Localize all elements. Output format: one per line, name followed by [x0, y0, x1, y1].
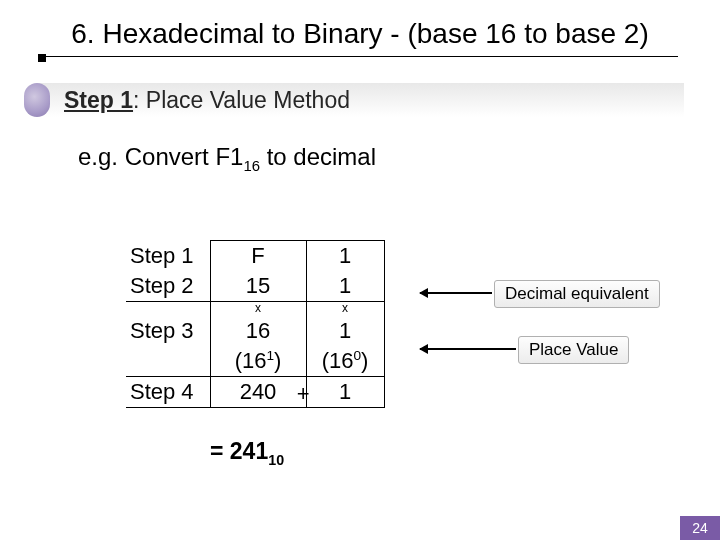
mult-x: x: [210, 302, 306, 316]
cell: 240+: [210, 376, 306, 407]
paren-base: (16: [322, 348, 354, 373]
cell: 1: [306, 241, 384, 272]
cell: 1: [306, 376, 384, 407]
cell: (161): [210, 346, 306, 377]
step-label: Step 4: [126, 376, 210, 407]
step-banner: Step 1: Place Value Method: [24, 83, 684, 117]
result: = 24110: [210, 438, 284, 468]
banner-step-label: Step 1: [64, 87, 133, 113]
result-prefix: = 241: [210, 438, 268, 464]
annotation-decimal-equivalent: Decimal equivalent: [494, 280, 660, 308]
table-row: x x: [126, 302, 384, 316]
plus-sign: +: [297, 381, 310, 407]
step-label: Step 1: [126, 241, 210, 272]
table-row: Step 2 15 1: [126, 271, 384, 302]
example-prefix: e.g. Convert F1: [78, 143, 243, 170]
step-label: Step 3: [126, 316, 210, 346]
table-row: Step 1 F 1: [126, 241, 384, 272]
arrow-icon: [420, 348, 516, 350]
banner-cap-icon: [24, 83, 50, 117]
cell: 15: [210, 271, 306, 302]
title-rule: [42, 56, 678, 57]
paren-base: (16: [235, 348, 267, 373]
example-text: e.g. Convert F116 to decimal: [78, 143, 720, 174]
mult-x: x: [306, 302, 384, 316]
exp: 1: [266, 348, 274, 363]
cell: 1: [306, 316, 384, 346]
table-row: (161) (160): [126, 346, 384, 377]
banner-method: : Place Value Method: [133, 87, 350, 113]
paren-close: ): [361, 348, 368, 373]
cell: F: [210, 241, 306, 272]
arrow-icon: [420, 292, 492, 294]
cell: 16: [210, 316, 306, 346]
conversion-table: Step 1 F 1 Step 2 15 1 x x Step 3 16 1 (…: [126, 240, 385, 408]
page-title: 6. Hexadecimal to Binary - (base 16 to b…: [0, 0, 720, 50]
example-suffix: to decimal: [260, 143, 376, 170]
cell: (160): [306, 346, 384, 377]
step-label: Step 2: [126, 271, 210, 302]
table-row: Step 4 240+ 1: [126, 376, 384, 407]
example-sub: 16: [243, 158, 260, 174]
exp: 0: [353, 348, 361, 363]
val: 240: [240, 379, 277, 404]
table-row: Step 3 16 1: [126, 316, 384, 346]
cell: 1: [306, 271, 384, 302]
page-number: 24: [680, 516, 720, 540]
banner-text: Step 1: Place Value Method: [64, 87, 350, 114]
annotation-place-value: Place Value: [518, 336, 629, 364]
paren-close: ): [274, 348, 281, 373]
result-sub: 10: [268, 452, 284, 468]
